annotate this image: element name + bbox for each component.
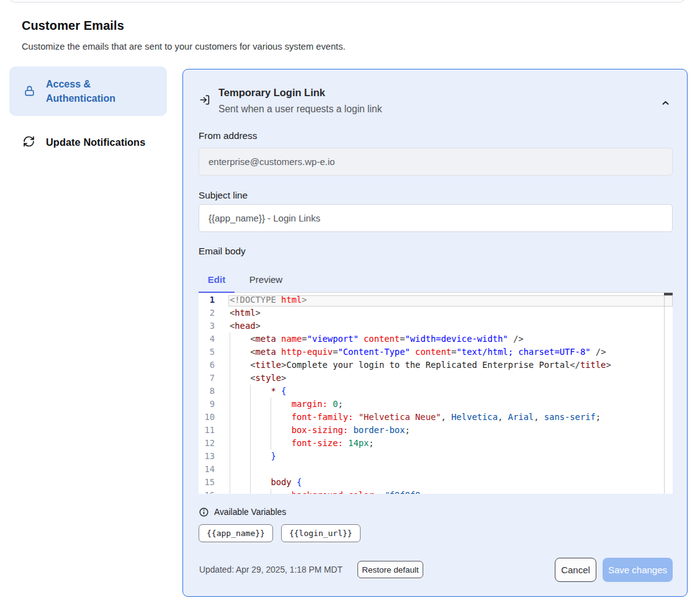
lock-icon (24, 84, 35, 100)
from-address-label: From address (199, 130, 257, 141)
line-number: 12 (199, 437, 215, 450)
from-address-input[interactable] (199, 148, 673, 176)
overview-ruler[interactable] (664, 293, 673, 494)
code-line: 11 box-sizing: border-box; (199, 424, 673, 437)
code-line: 9 margin: 0; (199, 398, 673, 411)
code-text: font-family: "Helvetica Neue", Helvetica… (230, 411, 601, 424)
code-line: 13 } (199, 450, 673, 463)
restore-default-button[interactable]: Restore default (357, 561, 423, 578)
line-number: 13 (199, 450, 215, 463)
info-icon (199, 507, 209, 517)
code-text: font-size: 14px; (230, 437, 374, 450)
code-line: 12 font-size: 14px; (199, 437, 673, 450)
code-line: 3<head> (199, 320, 673, 333)
line-number: 10 (199, 411, 215, 424)
code-line: 5 <meta http-equiv="Content-Type" conten… (199, 346, 673, 359)
code-line: 16 background-color: #f8f8f8; (199, 489, 673, 494)
save-changes-button[interactable]: Save changes (603, 558, 673, 582)
updated-timestamp: Updated: Apr 29, 2025, 1:18 PM MDT (199, 565, 343, 575)
refresh-icon (22, 135, 35, 150)
code-text: <style> (230, 372, 286, 385)
temporary-login-link-card: Temporary Login Link Sent when a user re… (182, 69, 688, 597)
code-text: <meta http-equiv="Content-Type" content=… (230, 346, 606, 359)
email-body-code-editor[interactable]: 1<!DOCTYPE html>2<html>3<head>4 <meta na… (199, 293, 673, 494)
login-icon (199, 94, 210, 108)
code-text: body { (230, 476, 302, 489)
sidebar-item-access-authentication[interactable]: Access & Authentication (9, 66, 167, 116)
code-text: box-sizing: border-box; (230, 424, 410, 437)
tab-preview-label: Preview (249, 274, 282, 285)
card-subtitle: Sent when a user requests a login link (218, 102, 382, 115)
line-number: 2 (199, 306, 215, 320)
line-number: 3 (199, 320, 215, 333)
email-body-label: Email body (199, 246, 246, 256)
code-text: <!DOCTYPE html> (230, 293, 307, 306)
email-body-tabbar: Edit Preview (199, 266, 673, 293)
indent-guide (230, 463, 230, 476)
code-line: 4 <meta name="viewport" content="width=d… (199, 333, 673, 346)
subject-line-label: Subject line (199, 190, 248, 200)
code-text: margin: 0; (230, 398, 343, 411)
code-line: 7 <style> (199, 372, 673, 385)
line-number: 14 (199, 463, 215, 476)
line-number: 4 (199, 333, 215, 346)
code-text: <head> (230, 320, 261, 333)
code-line: 14 (199, 463, 673, 476)
previous-card-bottom-edge (9, 0, 685, 2)
cancel-button[interactable]: Cancel (555, 558, 596, 582)
line-number: 5 (199, 346, 215, 359)
card-title: Temporary Login Link (218, 86, 325, 99)
variable-chips: {{app_name}}{{login_url}} (199, 524, 361, 542)
code-line: 1<!DOCTYPE html> (199, 293, 673, 306)
available-variables-label: Available Variables (214, 507, 286, 517)
line-number: 7 (199, 372, 215, 385)
variable-chip[interactable]: {{app_name}} (199, 524, 273, 542)
code-line: 15 body { (199, 476, 673, 489)
subject-line-input[interactable] (199, 204, 673, 232)
code-line: 10 font-family: "Helvetica Neue", Helvet… (199, 411, 673, 424)
code-text: } (230, 450, 276, 463)
overview-ruler-cursor-marker (664, 293, 673, 295)
code-text: <title>Complete your login to the Replic… (230, 359, 611, 372)
tab-preview[interactable]: Preview (235, 266, 297, 292)
line-number: 6 (199, 359, 215, 372)
line-number: 15 (199, 476, 215, 489)
variable-chip[interactable]: {{login_url}} (281, 524, 361, 542)
tab-edit-label: Edit (208, 274, 225, 285)
code-text: <html> (230, 306, 261, 320)
sidebar-item-label: Access & Authentication (46, 77, 133, 106)
line-number: 9 (199, 398, 215, 411)
sidebar-item-update-notifications[interactable]: Update Notifications (9, 126, 167, 159)
code-line: 6 <title>Complete your login to the Repl… (199, 359, 673, 372)
code-text: <meta name="viewport" content="width=dev… (230, 333, 524, 346)
indent-guide (250, 463, 251, 476)
tab-edit[interactable]: Edit (199, 266, 235, 292)
available-variables-row: Available Variables (199, 507, 286, 517)
code-text: background-color: #f8f8f8; (230, 489, 426, 494)
sidebar-item-label: Update Notifications (46, 136, 145, 148)
line-number: 1 (199, 293, 215, 306)
chevron-up-icon[interactable] (662, 97, 669, 108)
code-line: 2<html> (199, 306, 673, 320)
line-number: 8 (199, 385, 215, 398)
code-text: * { (230, 385, 286, 398)
code-line: 8 * { (199, 385, 673, 398)
line-number: 11 (199, 424, 215, 437)
page-subtitle: Customize the emails that are sent to yo… (22, 42, 346, 51)
page-title: Customer Emails (22, 19, 124, 33)
line-number: 16 (199, 489, 215, 494)
